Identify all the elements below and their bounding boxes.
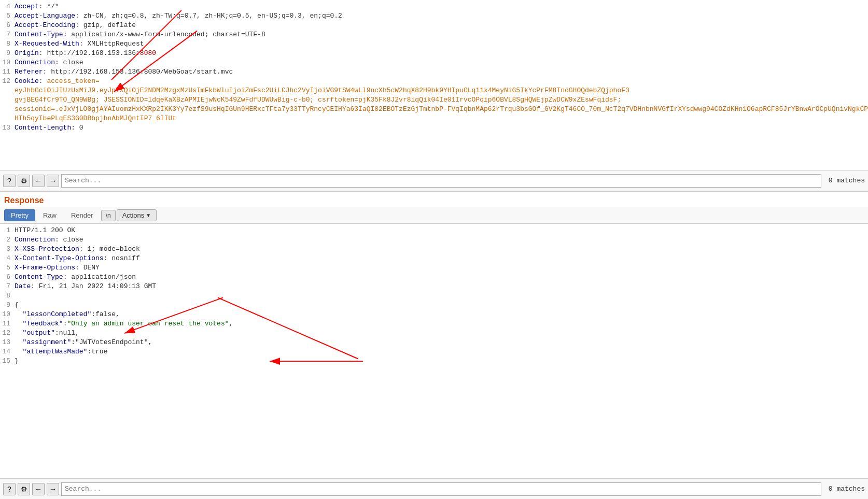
request-search-bar: ? ⚙ ← → 0 matches xyxy=(0,170,868,191)
code-segment: :false, xyxy=(91,310,120,318)
line-content: HTh5qyIbePLqES3G0DBbpjhnAbMJQntIP7_6IIUt xyxy=(15,114,868,123)
tab-render[interactable]: Render xyxy=(64,209,100,221)
line-number: 6 xyxy=(0,273,15,282)
code-segment: : 0 xyxy=(71,124,83,132)
forward-button[interactable]: → xyxy=(47,175,59,187)
line-number: 12 xyxy=(0,77,15,86)
code-segment: : close xyxy=(55,236,83,244)
line-content: Connection: close xyxy=(15,235,868,245)
line-content: sessionid=.eJxVjLO0gjAYAIuomzHxKXRp2IKK3… xyxy=(15,105,868,114)
code-segment: access_token= xyxy=(47,77,99,85)
line-content: Connection: close xyxy=(15,58,868,67)
line-content: Referer: http://192.168.153.136:8080/Web… xyxy=(15,67,868,77)
code-segment: 8080 xyxy=(140,49,156,57)
response-forward-button[interactable]: → xyxy=(47,483,59,495)
request-search-input[interactable] xyxy=(61,174,821,188)
table-row: 2Connection: close xyxy=(0,235,868,245)
code-segment: Date xyxy=(15,282,31,290)
table-row: 1HTTP/1.1 200 OK xyxy=(0,226,868,235)
code-segment: : */* xyxy=(39,3,59,10)
line-content: X-Requested-With: XMLHttpRequest xyxy=(15,39,868,49)
code-segment: Accept-Encoding xyxy=(15,21,75,29)
code-segment: Accept xyxy=(15,3,39,10)
line-number: 10 xyxy=(0,310,15,319)
table-row: 5Accept-Language: zh-CN, zh;q=0.8, zh-TW… xyxy=(0,11,868,21)
line-number: 5 xyxy=(0,263,15,273)
actions-button[interactable]: Actions ▼ xyxy=(117,209,157,221)
table-row: 11 "feedback":"Only an admin user can re… xyxy=(0,319,868,329)
line-content: Content-Type: application/x-www-form-url… xyxy=(15,30,868,39)
line-content: X-Content-Type-Options: nosniff xyxy=(15,254,868,263)
code-segment: HTh5qyIbePLqES3G0DBbpjhnAbMJQntIP7_6IIUt xyxy=(15,115,176,122)
line-number: 6 xyxy=(0,21,15,30)
main-panel: 4Accept: */*5Accept-Language: zh-CN, zh;… xyxy=(0,0,868,499)
code-segment: } xyxy=(15,357,19,365)
line-content: "feedback":"Only an admin user can reset… xyxy=(15,319,868,329)
line-content: eyJhbGciOiJIUzUxMiJ9.eyJpYXQiOjE2NDM2Mzg… xyxy=(15,86,868,95)
question-icon: ? xyxy=(7,177,11,185)
code-segment: :"JWTVotesEndpoint", xyxy=(71,338,152,346)
line-number: 12 xyxy=(0,329,15,338)
table-row: 8 xyxy=(0,291,868,301)
response-gear-button[interactable]: ⚙ xyxy=(18,483,30,495)
table-row: 11Referer: http://192.168.153.136:8080/W… xyxy=(0,67,868,77)
table-row: HTh5qyIbePLqES3G0DBbpjhnAbMJQntIP7_6IIUt xyxy=(0,114,868,123)
code-segment: X-XSS-Protection xyxy=(15,245,79,253)
table-row: 7Content-Type: application/x-www-form-ur… xyxy=(0,30,868,39)
response-question-button[interactable]: ? xyxy=(3,483,16,495)
line-content: "attemptWasMade":true xyxy=(15,347,868,357)
line-number: 1 xyxy=(0,226,15,235)
code-segment: eyJhbGciOiJIUzUxMiJ9.eyJpYXQiOjE2NDM2Mzg… xyxy=(15,87,629,94)
line-content: Accept-Language: zh-CN, zh;q=0.8, zh-TW;… xyxy=(15,11,868,21)
line-number: 8 xyxy=(0,291,15,301)
response-code-area[interactable]: 1HTTP/1.1 200 OK2Connection: close3X-XSS… xyxy=(0,224,868,478)
line-content: "assignment":"JWTVotesEndpoint", xyxy=(15,338,868,347)
code-segment: X-Frame-Options xyxy=(15,264,75,272)
table-row: 10 "lessonCompleted":false, xyxy=(0,310,868,319)
tab-pretty[interactable]: Pretty xyxy=(4,209,35,221)
tab-raw[interactable]: Raw xyxy=(36,209,63,221)
line-content: Content-Type: application/json xyxy=(15,273,868,282)
request-matches: 0 matches xyxy=(823,177,865,184)
code-segment: : Fri, 21 Jan 2022 14:09:13 GMT xyxy=(31,282,156,290)
table-row: gvjBEG4fCr9TO_QN9WBg; JSESSIONID=ldqeKaX… xyxy=(0,95,868,105)
code-segment: "assignment" xyxy=(15,338,71,346)
line-number: 3 xyxy=(0,245,15,254)
line-number xyxy=(0,105,15,114)
code-segment: Origin xyxy=(15,49,39,57)
code-segment: :null, xyxy=(55,329,79,337)
line-content: HTTP/1.1 200 OK xyxy=(15,226,868,235)
request-code-area[interactable]: 4Accept: */*5Accept-Language: zh-CN, zh;… xyxy=(0,0,868,170)
line-number: 14 xyxy=(0,347,15,357)
line-number: 7 xyxy=(0,30,15,39)
question-button[interactable]: ? xyxy=(3,175,16,187)
line-content: "output":null, xyxy=(15,329,868,338)
gear-button[interactable]: ⚙ xyxy=(18,175,30,187)
code-segment: "output" xyxy=(15,329,55,337)
code-segment: : http://192.168.153.136: xyxy=(39,49,140,57)
table-row: 14 "attemptWasMade":true xyxy=(0,347,868,357)
line-content xyxy=(15,291,868,301)
line-number: 9 xyxy=(0,301,15,310)
line-content: } xyxy=(15,357,868,366)
ln-button[interactable]: \n xyxy=(101,210,116,221)
back-button[interactable]: ← xyxy=(32,175,45,187)
response-search-input[interactable] xyxy=(61,482,821,496)
code-segment: : XMLHttpRequest xyxy=(79,40,144,48)
code-segment: Content-Type xyxy=(15,31,63,38)
question-icon-2: ? xyxy=(7,485,11,493)
line-number xyxy=(0,95,15,105)
line-number: 10 xyxy=(0,58,15,67)
line-number: 9 xyxy=(0,49,15,58)
code-segment: : gzip, deflate xyxy=(75,21,136,29)
table-row: 12 "output":null, xyxy=(0,329,868,338)
table-row: 4X-Content-Type-Options: nosniff xyxy=(0,254,868,263)
line-number: 2 xyxy=(0,235,15,245)
line-content: Accept-Encoding: gzip, deflate xyxy=(15,21,868,30)
table-row: 9Origin: http://192.168.153.136:8080 xyxy=(0,49,868,58)
line-content: "lessonCompleted":false, xyxy=(15,310,868,319)
line-content: Cookie: access_token= xyxy=(15,77,868,86)
line-number xyxy=(0,86,15,95)
table-row: 7Date: Fri, 21 Jan 2022 14:09:13 GMT xyxy=(0,282,868,291)
response-back-button[interactable]: ← xyxy=(32,483,45,495)
